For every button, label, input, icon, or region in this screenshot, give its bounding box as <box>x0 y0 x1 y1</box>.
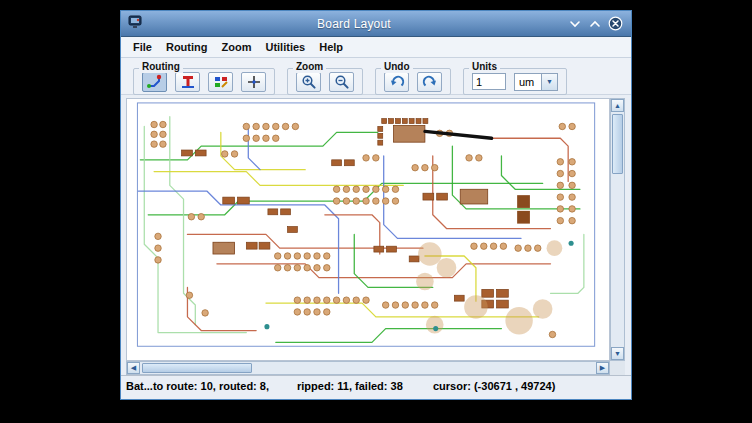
horizontal-scrollbar[interactable]: ◀ ▶ <box>126 361 610 375</box>
layers-icon <box>213 74 229 90</box>
chevron-up-icon <box>589 19 601 29</box>
canvas-area: ▲ ▼ ◀ ▶ <box>121 95 631 375</box>
menu-item-utilities[interactable]: Utilities <box>258 39 312 55</box>
toolbar-group-undo: Undo <box>375 68 451 95</box>
interactive-route-button[interactable] <box>175 72 200 92</box>
board-canvas[interactable] <box>127 99 609 360</box>
combo-dropdown-button[interactable]: ▼ <box>541 74 557 90</box>
undo-group-label: Undo <box>381 61 413 73</box>
toolbar: Routing <box>121 58 631 95</box>
route-icon <box>147 74 163 90</box>
scroll-down-button[interactable]: ▼ <box>611 347 624 360</box>
vertical-scroll-thumb[interactable] <box>612 114 623 174</box>
scroll-right-button[interactable]: ▶ <box>596 362 609 374</box>
board-viewport <box>126 98 610 361</box>
zoom-in-icon <box>301 74 317 90</box>
menu-item-zoom[interactable]: Zoom <box>215 39 259 55</box>
menu-item-help[interactable]: Help <box>312 39 350 55</box>
cursor-position-text: cursor: (-30671 , 49724) <box>433 380 555 392</box>
vertical-scroll-track[interactable] <box>611 112 624 347</box>
scroll-left-button[interactable]: ◀ <box>127 362 140 374</box>
maximize-button[interactable] <box>585 15 605 33</box>
routing-group-label: Routing <box>139 61 183 73</box>
scrollbar-corner <box>610 361 625 375</box>
menubar: File Routing Zoom Utilities Help <box>121 37 631 58</box>
units-group-label: Units <box>469 61 500 73</box>
zoom-group-label: Zoom <box>293 61 326 73</box>
minimize-button[interactable] <box>565 15 585 33</box>
move-button[interactable] <box>241 72 266 92</box>
redo-button[interactable] <box>417 72 442 92</box>
vertical-scrollbar[interactable]: ▲ ▼ <box>610 98 625 361</box>
autoroute-status-text: Bat...to route: 10, routed: 8, <box>126 380 269 392</box>
app-icon <box>127 14 143 34</box>
horizontal-scroll-thumb[interactable] <box>142 363 252 373</box>
layer-select-button[interactable] <box>208 72 233 92</box>
pin-route-icon <box>180 74 196 90</box>
redo-icon <box>422 74 438 90</box>
titlebar[interactable]: Board Layout <box>121 11 631 37</box>
menu-item-routing[interactable]: Routing <box>159 39 215 55</box>
zoom-out-button[interactable] <box>329 72 354 92</box>
window-title: Board Layout <box>143 17 565 31</box>
units-unit-combobox[interactable]: um ▼ <box>514 73 558 91</box>
toolbar-group-zoom: Zoom <box>287 68 363 95</box>
desktop-background: Board Layout File Routing <box>0 0 752 423</box>
units-value-input[interactable] <box>472 73 506 90</box>
scroll-up-button[interactable]: ▲ <box>611 99 624 112</box>
ripped-status-text: ripped: 11, failed: 38 <box>297 380 403 392</box>
toolbar-group-routing: Routing <box>133 68 275 95</box>
zoom-out-icon <box>334 74 350 90</box>
autoroute-button[interactable] <box>142 72 167 92</box>
menu-item-file[interactable]: File <box>126 39 159 55</box>
close-icon <box>608 16 623 31</box>
units-unit-value: um <box>515 74 541 90</box>
zoom-in-button[interactable] <box>296 72 321 92</box>
toolbar-group-units: Units um ▼ <box>463 68 567 95</box>
undo-button[interactable] <box>384 72 409 92</box>
horizontal-scroll-track[interactable] <box>140 362 596 374</box>
undo-icon <box>389 74 405 90</box>
board-layout-window: Board Layout File Routing <box>120 10 632 400</box>
crosshair-icon <box>246 74 262 90</box>
close-button[interactable] <box>605 15 625 33</box>
statusbar: Bat...to route: 10, routed: 8, ripped: 1… <box>121 375 631 399</box>
chevron-down-icon <box>569 19 581 29</box>
chevron-down-icon: ▼ <box>546 78 553 85</box>
